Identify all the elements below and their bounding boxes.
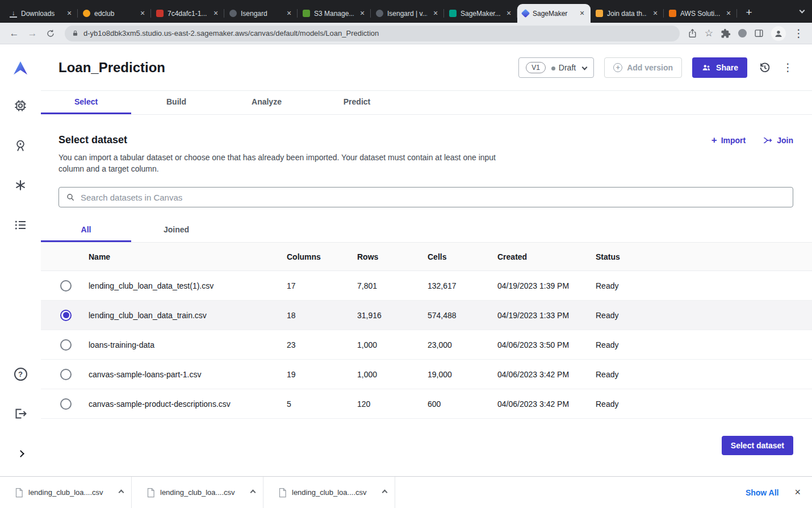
row-radio[interactable] [60, 398, 72, 410]
tab-close-icon[interactable]: × [284, 9, 294, 18]
table-row-selected[interactable]: lending_club_loan_data_train.csv 18 31,9… [41, 301, 812, 330]
browser-tab-strip: ← ↓ Downloads × edclub × 7c4dafc1-1... ×… [0, 0, 812, 23]
tab-title: SageMaker [533, 10, 574, 18]
tab-join-data[interactable]: Join data th... × [591, 4, 664, 23]
new-tab-button[interactable]: + [742, 7, 756, 18]
tab-title: Downloads [21, 10, 61, 18]
tab-search-chevron-icon[interactable] [800, 5, 804, 15]
cell-status: Ready [596, 281, 812, 290]
version-dropdown[interactable]: V1 Draft [518, 57, 594, 78]
address-bar[interactable]: d-yb1o8dbk3xm5.studio.us-east-2.sagemake… [65, 26, 680, 41]
cell-name: loans-training-data [89, 340, 287, 349]
tab-isengard-2[interactable]: Isengard | v... × [371, 4, 444, 23]
cell-created: 04/19/2023 1:33 PM [497, 311, 596, 320]
table-row[interactable]: canvas-sample-product-descriptions.csv 5… [41, 389, 812, 419]
main-panel: Loan_Prediction V1 Draft + Add version [41, 44, 812, 476]
tab-analyze[interactable]: Analyze [221, 91, 312, 114]
tab-sagemaker-console[interactable]: SageMaker... × [444, 4, 517, 23]
table-row[interactable]: canvas-sample-loans-part-1.csv 19 1,000 … [41, 360, 812, 389]
chevron-down-icon [582, 65, 588, 70]
tab-close-icon[interactable]: × [358, 9, 367, 18]
download-item[interactable]: lending_club_loa....csv [263, 477, 395, 508]
show-all-link[interactable]: Show All [746, 488, 779, 497]
extensions-puzzle-icon[interactable] [721, 28, 731, 39]
version-history-icon[interactable] [757, 60, 772, 75]
asterisk-icon[interactable] [14, 178, 27, 192]
cell-cells: 19,000 [428, 370, 497, 379]
tab-downloads[interactable]: ← ↓ Downloads × [5, 4, 78, 23]
search-input[interactable] [81, 193, 786, 202]
help-icon[interactable]: ? [14, 367, 27, 381]
tab-select[interactable]: Select [41, 91, 131, 114]
canvas-logo[interactable] [11, 59, 30, 77]
tab-isengard[interactable]: Isengard × [224, 4, 298, 23]
cell-status: Ready [596, 370, 812, 379]
row-radio[interactable] [60, 369, 72, 380]
version-badge: V1 [526, 62, 546, 73]
expand-chevron-icon[interactable] [14, 447, 27, 460]
tab-close-icon[interactable]: × [431, 9, 440, 18]
reload-button[interactable] [42, 25, 59, 42]
lock-icon [72, 30, 79, 37]
tab-close-icon[interactable]: × [504, 9, 513, 18]
side-panel-icon[interactable] [754, 28, 764, 38]
profile-avatar[interactable] [771, 26, 786, 41]
share-page-icon[interactable] [688, 28, 697, 38]
tab-close-icon[interactable]: × [211, 9, 220, 18]
dataset-search [58, 187, 793, 207]
tab-aws-solutions[interactable]: AWS Soluti... × [664, 4, 737, 23]
section-description: You can import a tabular dataset or choo… [58, 152, 512, 174]
forward-button[interactable]: → [24, 25, 41, 42]
tab-close-icon[interactable]: × [138, 9, 147, 18]
row-radio[interactable] [60, 339, 72, 351]
filter-tab-all[interactable]: All [41, 219, 131, 242]
person-icon [773, 28, 784, 39]
import-button[interactable]: + Import [711, 136, 746, 145]
tab-predict[interactable]: Predict [312, 91, 402, 114]
chip-models-icon[interactable] [14, 99, 27, 113]
filter-tab-joined[interactable]: Joined [131, 219, 221, 242]
close-shelf-icon[interactable]: × [794, 486, 801, 498]
download-item[interactable]: lending_club_loa....csv [0, 477, 132, 508]
chevron-up-icon[interactable] [119, 490, 124, 495]
tab-7c4dafc1[interactable]: 7c4dafc1-1... × [151, 4, 224, 23]
bulleted-list-icon[interactable] [14, 218, 27, 232]
tab-close-icon[interactable]: × [577, 9, 587, 18]
bookmark-star-icon[interactable]: ☆ [705, 27, 713, 39]
extension-icon[interactable] [738, 29, 747, 38]
sign-out-icon[interactable] [14, 407, 27, 420]
cell-status: Ready [596, 340, 812, 349]
row-radio[interactable] [60, 280, 72, 292]
tripod-radar-icon[interactable] [14, 139, 27, 152]
column-header: Columns [287, 252, 357, 261]
tab-sagemaker-canvas-active[interactable]: SageMaker × [517, 4, 591, 23]
chevron-up-icon[interactable] [250, 490, 256, 495]
tab-s3[interactable]: S3 Manage... × [298, 4, 371, 23]
model-menu-kebab-icon[interactable]: ⋮ [782, 61, 793, 74]
add-version-button[interactable]: + Add version [604, 57, 682, 78]
search-icon [66, 193, 75, 202]
tab-edclub[interactable]: edclub × [78, 4, 151, 23]
row-radio-checked[interactable] [60, 310, 72, 321]
back-button[interactable]: ← [6, 25, 23, 42]
browser-menu-kebab-icon[interactable]: ⋮ [793, 27, 804, 40]
section-title: Select dataset [58, 134, 711, 146]
tab-close-icon[interactable]: × [65, 9, 74, 18]
tab-close-icon[interactable]: × [651, 9, 660, 18]
cell-rows: 7,801 [357, 281, 428, 290]
table-row[interactable]: loans-training-data 23 1,000 23,000 04/0… [41, 330, 812, 360]
select-dataset-button[interactable]: Select dataset [722, 436, 793, 455]
cell-name: canvas-sample-product-descriptions.csv [89, 399, 287, 409]
cell-columns: 23 [287, 340, 357, 349]
tab-build[interactable]: Build [131, 91, 221, 114]
cell-columns: 5 [287, 399, 357, 409]
chevron-up-icon[interactable] [382, 490, 388, 495]
share-button[interactable]: Share [692, 57, 747, 78]
file-icon [278, 488, 287, 498]
download-item[interactable]: lending_club_loa....csv [132, 477, 263, 508]
cell-rows: 120 [357, 399, 428, 409]
tab-close-icon[interactable]: × [724, 9, 733, 18]
plus-icon: + [711, 136, 717, 144]
join-button[interactable]: Join [763, 135, 793, 145]
table-row[interactable]: lending_club_loan_data_test(1).csv 17 7,… [41, 271, 812, 301]
